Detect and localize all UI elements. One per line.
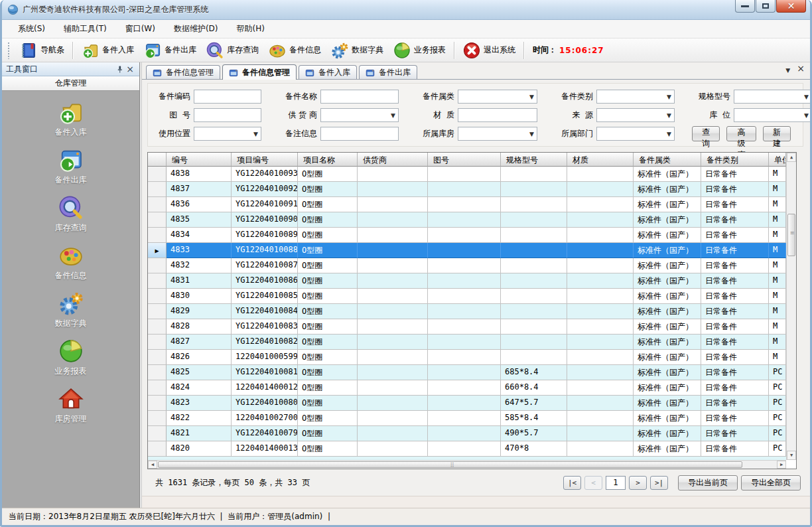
close-button[interactable]: ✕ (776, 0, 806, 13)
field-select[interactable]: ▼ (458, 127, 537, 141)
query-button[interactable]: 查询 (692, 126, 720, 141)
menu-item-1[interactable]: 辅助工具(T) (54, 21, 116, 37)
table-row[interactable]: ▶4833YG12204010088O型圈标准件（国产）日常备件M (148, 243, 786, 258)
table-row[interactable]: 48241220401400012O型圈660*8.4标准件（国产）日常备件PC (148, 380, 786, 396)
row-selector[interactable] (148, 350, 167, 365)
field-select[interactable]: ▼ (734, 108, 812, 122)
menu-item-0[interactable]: 系统(S) (9, 21, 54, 37)
prev-page-button[interactable]: < (584, 476, 602, 490)
row-selector[interactable] (148, 228, 167, 243)
field-input[interactable] (320, 127, 399, 141)
field-select[interactable]: ▼ (596, 127, 675, 141)
field-select[interactable]: ▼ (596, 108, 675, 122)
row-selector[interactable] (148, 335, 167, 350)
table-row[interactable]: 48221220401002700O型圈585*8.4标准件（国产）日常备件PC (148, 411, 786, 426)
toolbar-button-6[interactable]: 业务报表 (388, 40, 450, 61)
first-page-button[interactable]: |< (563, 476, 581, 490)
vertical-scroll-thumb[interactable] (787, 214, 795, 256)
row-selector[interactable] (148, 319, 167, 335)
toolbar-button-4[interactable]: 备件信息 (263, 40, 326, 61)
field-select[interactable]: ▼ (320, 108, 399, 122)
table-row[interactable]: 4832YG12204010087O型圈标准件（国产）日常备件M (148, 258, 786, 273)
column-header-3[interactable]: 供货商 (358, 153, 428, 167)
menu-item-4[interactable]: 帮助(H) (228, 21, 274, 37)
horizontal-scrollbar[interactable]: ◀ ▶ (148, 460, 786, 469)
row-selector[interactable] (148, 212, 167, 228)
export-current-page-button[interactable]: 导出当前页 (678, 475, 738, 490)
column-header-2[interactable]: 项目名称 (298, 153, 358, 167)
toolbar-button-0[interactable]: 导航条 (15, 40, 69, 61)
row-selector[interactable] (148, 304, 167, 319)
column-header-8[interactable]: 备件类别 (701, 153, 769, 167)
sidebar-item-4[interactable]: 数据字典 (2, 290, 139, 329)
sidebar-item-5[interactable]: 业务报表 (2, 338, 139, 377)
scroll-right-icon[interactable]: ▶ (777, 461, 786, 469)
table-row[interactable]: 48261220401000599O型圈标准件（国产）日常备件M (148, 350, 786, 365)
close-icon[interactable]: × (125, 64, 135, 74)
table-row[interactable]: 4825YG12204010081O型圈685*8.4标准件（国产）日常备件PC (148, 365, 786, 380)
table-row[interactable]: 4831YG12204010086O型圈标准件（国产）日常备件M (148, 273, 786, 289)
table-row[interactable]: 4829YG12204010084O型圈标准件（国产）日常备件M (148, 304, 786, 319)
toolbar-button-7[interactable]: 退出系统 (458, 40, 520, 61)
scroll-left-icon[interactable]: ◀ (148, 461, 157, 469)
toolbar-button-5[interactable]: 数据字典 (326, 40, 388, 61)
sidebar-item-1[interactable]: 备件出库 (2, 147, 139, 186)
minimize-button[interactable] (735, 0, 755, 13)
row-selector[interactable] (148, 411, 167, 426)
column-header-4[interactable]: 图号 (428, 153, 501, 167)
menu-item-2[interactable]: 窗口(W) (116, 21, 165, 37)
scroll-down-icon[interactable]: ▼ (787, 451, 796, 460)
table-row[interactable]: 4834YG12204010089O型圈标准件（国产）日常备件M (148, 228, 786, 243)
next-page-button[interactable]: > (629, 476, 647, 490)
toolbar-grip-icon[interactable] (7, 42, 11, 59)
vertical-scrollbar[interactable]: ▲ ▼ (786, 153, 796, 460)
row-selector[interactable] (148, 258, 167, 273)
row-selector[interactable] (148, 167, 167, 182)
row-selector[interactable] (148, 365, 167, 380)
field-input[interactable] (194, 90, 261, 104)
row-selector-header[interactable] (148, 153, 167, 167)
last-page-button[interactable]: >| (650, 476, 668, 490)
table-row[interactable]: 4821YG12204010079O型圈490*5.7标准件（国产）日常备件PC (148, 426, 786, 441)
field-select[interactable]: ▼ (194, 127, 261, 141)
tab-1[interactable]: 备件信息管理 (222, 64, 297, 80)
row-selector[interactable] (148, 273, 167, 289)
maximize-button[interactable] (756, 0, 776, 13)
tab-0[interactable]: 备件信息管理 (146, 65, 220, 79)
field-select[interactable]: ▼ (596, 90, 675, 104)
field-input[interactable] (194, 108, 261, 122)
tab-3[interactable]: 备件出库 (359, 65, 417, 79)
field-input[interactable] (458, 108, 537, 122)
sidebar-item-6[interactable]: 库房管理 (2, 386, 139, 425)
column-header-6[interactable]: 材质 (567, 153, 634, 167)
table-row[interactable]: 4827YG12204010082O型圈标准件（国产）日常备件M (148, 335, 786, 350)
table-row[interactable]: 4838YG12204010093O型圈标准件（国产）日常备件M (148, 167, 786, 182)
field-select[interactable]: ▼ (734, 90, 812, 104)
new-button[interactable]: 新建 (763, 126, 791, 141)
column-header-5[interactable]: 规格型号 (501, 153, 567, 167)
close-icon[interactable]: × (797, 64, 805, 74)
table-row[interactable]: 4828YG12204010083O型圈标准件（国产）日常备件M (148, 319, 786, 335)
table-row[interactable]: 4835YG12204010090O型圈标准件（国产）日常备件M (148, 212, 786, 228)
row-selector-current[interactable]: ▶ (148, 243, 167, 258)
toolbar-button-3[interactable]: 库存查询 (201, 40, 263, 61)
toolbar-button-1[interactable]: 备件入库 (76, 40, 139, 61)
row-selector[interactable] (148, 197, 167, 212)
advanced-query-button[interactable]: 高级查询 (726, 126, 756, 141)
table-row[interactable]: 4823YG12204010080O型圈647*5.7标准件（国产）日常备件PC (148, 396, 786, 411)
sidebar-item-3[interactable]: 备件信息 (2, 242, 139, 281)
row-selector[interactable] (148, 289, 167, 304)
scroll-up-icon[interactable]: ▲ (787, 153, 796, 162)
row-selector[interactable] (148, 396, 167, 411)
horizontal-scroll-thumb[interactable] (158, 461, 742, 468)
row-selector[interactable] (148, 441, 167, 457)
page-number-input[interactable]: 1 (606, 476, 626, 490)
row-selector[interactable] (148, 426, 167, 441)
table-row[interactable]: 4830YG12204010085O型圈标准件（国产）日常备件M (148, 289, 786, 304)
column-header-9[interactable]: 单位 (769, 153, 786, 167)
column-header-7[interactable]: 备件属类 (634, 153, 701, 167)
column-header-1[interactable]: 项目编号 (232, 153, 298, 167)
chevron-down-icon[interactable]: ▼ (785, 66, 790, 74)
export-all-pages-button[interactable]: 导出全部页 (741, 475, 801, 490)
tab-2[interactable]: 备件入库 (299, 65, 357, 79)
